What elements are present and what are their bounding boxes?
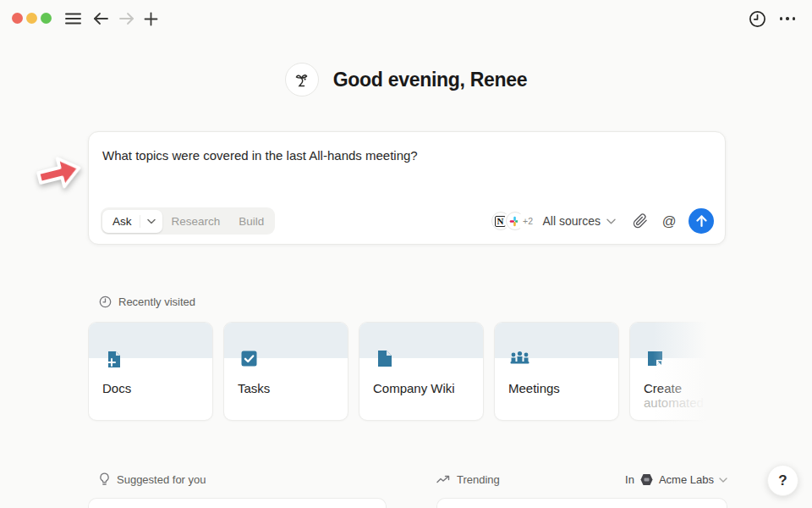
forward-icon[interactable]: [117, 9, 135, 28]
palm-tree-icon: [285, 63, 319, 97]
suggested-header: Suggested for you: [99, 472, 206, 486]
composer-right-tools: N +2 All sources: [491, 208, 714, 234]
traffic-light-maximize[interactable]: [41, 13, 52, 24]
trending-header: Trending: [436, 473, 500, 486]
org-scope-selector[interactable]: In Acme Labs: [625, 472, 727, 487]
trending-title: Trending: [457, 473, 500, 486]
trending-header-row: Trending In Acme Labs: [436, 472, 727, 487]
history-icon[interactable]: [748, 9, 766, 28]
card-meetings[interactable]: Meetings: [494, 322, 619, 421]
automation-note-icon: [644, 347, 667, 370]
card-label: Docs: [102, 382, 204, 396]
meeting-people-icon: [508, 347, 531, 370]
menu-icon[interactable]: [63, 9, 82, 28]
composer-toolbar: Ask Research Build N: [101, 207, 714, 235]
chevron-down-icon: [719, 478, 727, 483]
all-sources-label: All sources: [543, 214, 601, 228]
attachment-icon[interactable]: [629, 210, 651, 232]
all-sources-selector[interactable]: All sources: [543, 214, 616, 228]
card-label: Tasks: [238, 382, 339, 396]
card-label: Create automated …: [644, 382, 727, 410]
recently-visited-title: Recently visited: [118, 295, 195, 308]
trend-up-icon: [436, 475, 450, 484]
page-title: Good evening, Renee: [333, 69, 527, 91]
source-avatars: N +2: [491, 212, 537, 230]
chevron-down-icon: [606, 218, 616, 224]
suggested-card-peek[interactable]: [88, 498, 387, 508]
submit-arrow-icon[interactable]: [689, 208, 714, 234]
traffic-light-minimize[interactable]: [26, 13, 37, 24]
mode-ask-label: Ask: [112, 215, 140, 228]
doc-plus-icon: [102, 347, 125, 370]
traffic-light-close[interactable]: [12, 13, 23, 24]
card-label: Meetings: [508, 382, 610, 396]
trending-card-peek[interactable]: [436, 498, 727, 508]
lightbulb-icon: [99, 472, 110, 486]
new-tab-icon[interactable]: [141, 9, 160, 28]
task-check-icon: [238, 347, 261, 370]
scope-prefix: In: [625, 473, 634, 486]
query-input[interactable]: What topics were covered in the last All…: [102, 147, 711, 164]
org-badge-icon: [639, 472, 654, 487]
card-tasks[interactable]: Tasks: [223, 322, 348, 421]
greeting: Good evening, Renee: [0, 63, 812, 97]
org-name: Acme Labs: [659, 473, 714, 486]
clock-icon: [99, 295, 112, 308]
mode-build-button[interactable]: Build: [229, 210, 273, 233]
card-company-wiki[interactable]: Company Wiki: [359, 322, 484, 421]
window-toolbar: [0, 0, 812, 37]
more-icon[interactable]: [778, 9, 797, 28]
extra-sources-badge: +2: [519, 213, 537, 230]
card-docs[interactable]: Docs: [88, 322, 213, 421]
mode-switcher: Ask Research Build: [101, 207, 275, 235]
ask-composer: What topics were covered in the last All…: [88, 131, 726, 245]
suggested-title: Suggested for you: [117, 473, 206, 486]
annotation-arrow-icon: [31, 146, 89, 200]
help-button[interactable]: ?: [767, 465, 798, 496]
card-label: Company Wiki: [373, 382, 475, 396]
mention-icon[interactable]: @: [658, 210, 680, 232]
chevron-down-icon: [140, 218, 162, 224]
mode-ask-button[interactable]: Ask: [102, 210, 162, 233]
card-create-automated[interactable]: Create automated …: [629, 322, 727, 421]
recently-visited-cards: Docs Tasks Company Wiki: [88, 322, 727, 423]
mode-research-button[interactable]: Research: [162, 210, 230, 233]
recently-visited-header: Recently visited: [99, 295, 195, 308]
back-icon[interactable]: [91, 9, 110, 28]
wiki-page-icon: [373, 347, 396, 370]
